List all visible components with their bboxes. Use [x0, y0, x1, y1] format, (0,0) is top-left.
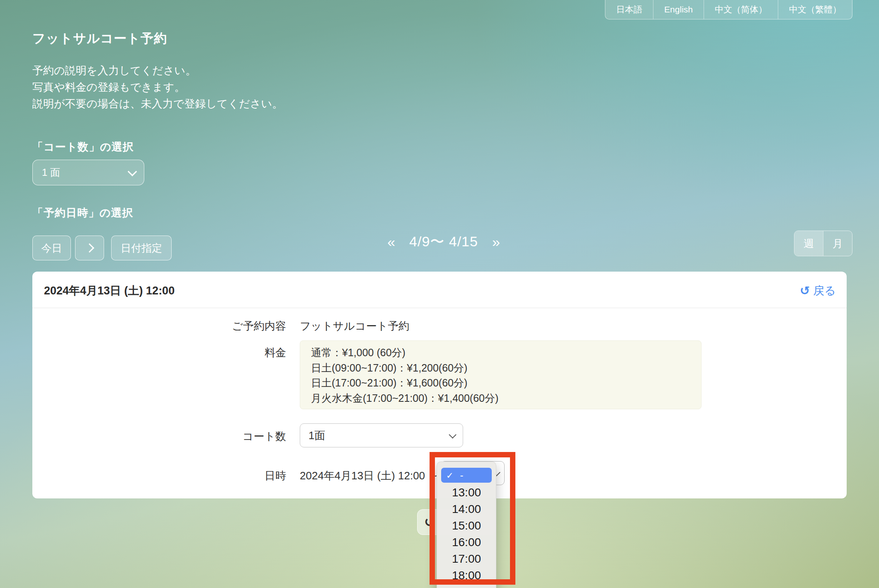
description-line: 説明が不要の場合は、未入力で登録してください。: [32, 95, 283, 112]
dropdown-option-selected[interactable]: ✓ -: [441, 468, 492, 483]
check-icon: ✓: [446, 471, 454, 480]
page-description: 予約の説明を入力してください。 写真や料金の登録もできます。 説明が不要の場合は…: [32, 62, 283, 112]
datetime-separator: ~: [431, 469, 437, 482]
court-count-heading: 「コート数」の選択: [32, 140, 134, 154]
datetime-value: 2024年4月13日 (土) 12:00~: [300, 469, 437, 483]
language-switcher: 日本語 English 中文（简体） 中文（繁體）: [605, 0, 852, 19]
undo-icon: ↺: [424, 515, 435, 529]
week-range-label: 4/9〜 4/15: [409, 232, 478, 251]
view-toggle: 週 月: [794, 231, 852, 256]
court-count-row-value: 1面: [308, 428, 325, 443]
dropdown-option[interactable]: 18:00: [437, 567, 496, 584]
lang-simplified-chinese-button[interactable]: 中文（简体）: [704, 0, 778, 19]
datetime-label: 日時: [32, 469, 286, 483]
week-range-nav: « 4/9〜 4/15 »: [381, 232, 506, 251]
datetime-text: 2024年4月13日 (土) 12:00: [300, 469, 425, 482]
chevron-down-icon: [449, 431, 456, 438]
back-link-label: 戻る: [813, 283, 836, 298]
month-view-button[interactable]: 月: [823, 231, 852, 256]
lang-english-button[interactable]: English: [653, 0, 704, 19]
week-view-button[interactable]: 週: [794, 231, 823, 256]
chevron-down-icon: [128, 167, 137, 177]
next-week-button[interactable]: »: [492, 235, 500, 249]
dropdown-options: 13:00 14:00 15:00 16:00 17:00 18:00 19:0…: [437, 484, 496, 588]
page-title: フットサルコート予約: [32, 30, 167, 47]
price-box: 通常：¥1,000 (60分) 日土(09:00~17:00)：¥1,200(6…: [300, 340, 702, 409]
price-line: 通常：¥1,000 (60分): [311, 345, 690, 360]
futsal-booking-page: 日本語 English 中文（简体） 中文（繁體） フットサルコート予約 予約の…: [0, 0, 879, 588]
dropdown-selected-label: -: [460, 470, 464, 480]
price-line: 月火水木金(17:00~21:00)：¥1,400(60分): [311, 391, 690, 406]
lang-traditional-chinese-button[interactable]: 中文（繁體）: [778, 0, 852, 19]
back-link[interactable]: ↺ 戻る: [800, 283, 836, 298]
prev-week-button[interactable]: «: [387, 235, 395, 249]
dropdown-option[interactable]: 16:00: [437, 534, 496, 551]
schedule-heading: 「予約日時」の選択: [32, 206, 134, 220]
end-time-dropdown: ✓ - 13:00 14:00 15:00 16:00 17:00 18:00 …: [437, 462, 496, 588]
court-count-select-value: 1 面: [42, 166, 60, 179]
dropdown-option[interactable]: 13:00: [437, 484, 496, 501]
chevron-right-icon: [85, 243, 95, 253]
dropdown-option[interactable]: 14:00: [437, 501, 496, 518]
booking-panel-header: 2024年4月13日 (土) 12:00 ↺ 戻る: [32, 272, 847, 308]
price-line: 日土(17:00~21:00)：¥1,600(60分): [311, 375, 690, 391]
description-line: 予約の説明を入力してください。: [32, 62, 283, 79]
court-count-row-label: コート数: [32, 429, 286, 444]
court-count-select[interactable]: 1 面: [32, 160, 144, 185]
pick-date-button[interactable]: 日付指定: [111, 236, 172, 260]
description-line: 写真や料金の登録もできます。: [32, 79, 283, 95]
reservation-label: ご予約内容: [32, 319, 286, 333]
reservation-value: フットサルコート予約: [300, 319, 409, 333]
dropdown-option[interactable]: 17:00: [437, 551, 496, 567]
next-day-button[interactable]: [75, 236, 104, 260]
dropdown-option[interactable]: 15:00: [437, 518, 496, 534]
dropdown-option[interactable]: 19:00: [437, 584, 496, 588]
price-line: 日土(09:00~17:00)：¥1,200(60分): [311, 360, 690, 376]
booking-panel-title: 2024年4月13日 (土) 12:00: [44, 283, 175, 298]
today-button[interactable]: 今日: [32, 236, 71, 260]
court-count-row-select[interactable]: 1面: [300, 423, 463, 447]
undo-icon: ↺: [800, 285, 810, 297]
price-label: 料金: [32, 345, 286, 360]
lang-japanese-button[interactable]: 日本語: [605, 0, 653, 19]
